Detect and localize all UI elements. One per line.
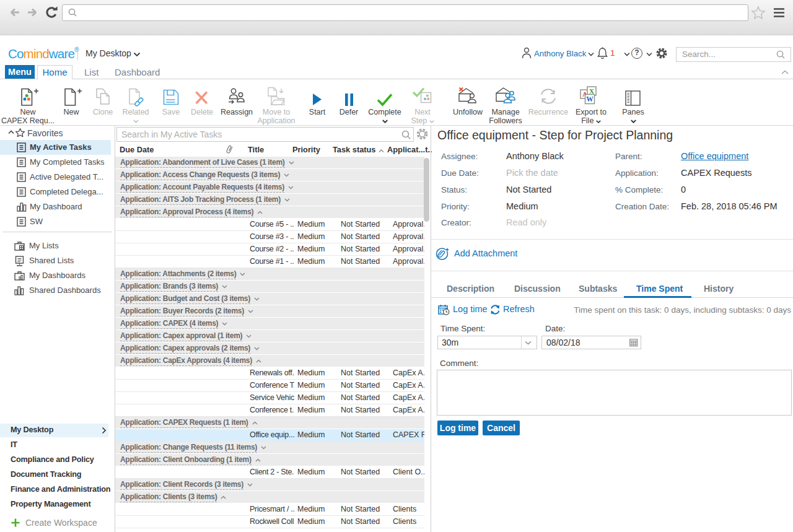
svg-text:W: W bbox=[586, 95, 594, 103]
svg-text:X: X bbox=[589, 87, 594, 95]
